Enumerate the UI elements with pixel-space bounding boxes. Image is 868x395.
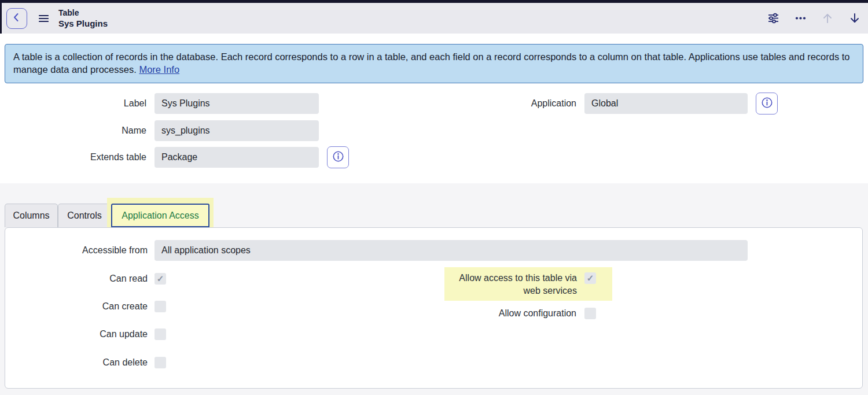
form-section: A table is a collection of records in th… [0,34,868,183]
more-actions-icon[interactable] [794,12,807,25]
label-field-label: Label [0,93,146,114]
tab-application-access[interactable]: Application Access [111,204,209,227]
name-field[interactable]: sys_plugins [155,120,319,141]
more-info-link[interactable]: More Info [139,64,179,75]
application-access-panel: Accessible from All application scopes C… [5,227,863,389]
info-icon [332,150,344,165]
can-delete-label: Can delete [5,357,148,368]
arrow-up-icon[interactable] [821,12,834,25]
arrow-down-icon[interactable] [848,12,861,25]
allow-configuration-label: Allow configuration [410,308,576,319]
label-field[interactable]: Sys Plugins [155,93,319,114]
can-update-label: Can update [5,328,148,340]
can-delete-checkbox[interactable]: ✓ [155,357,166,368]
check-icon: ✓ [157,273,164,285]
check-icon: ✓ [587,272,594,284]
can-update-checkbox[interactable]: ✓ [155,328,166,340]
name-field-label: Name [0,120,146,141]
back-button[interactable] [6,8,27,29]
info-icon [761,97,773,111]
accessible-from-label: Accessible from [5,240,148,261]
web-services-label: Allow access to this table via web servi… [444,272,577,297]
tab-controls[interactable]: Controls [58,204,111,227]
accessible-from-field[interactable]: All application scopes [155,240,748,261]
can-create-checkbox[interactable]: ✓ [155,301,166,312]
record-type-label: Table [58,8,108,18]
tab-section: Columns Controls Application Access Acce… [0,183,868,395]
extends-table-field[interactable]: Package [155,147,319,168]
extends-table-info-button[interactable] [327,146,349,168]
web-services-checkbox[interactable]: ✓ [584,272,596,284]
tab-highlight-halo: Application Access [107,198,214,227]
application-field-label: Application [430,93,576,114]
web-services-highlight: Allow access to this table via web servi… [444,267,612,301]
tab-columns[interactable]: Columns [5,204,58,227]
can-read-checkbox[interactable]: ✓ [155,273,166,285]
record-name-label: Sys Plugins [58,18,108,29]
application-field[interactable]: Global [584,93,748,114]
info-banner: A table is a collection of records in th… [5,44,863,83]
can-read-label: Can read [5,273,148,285]
page-title: Table Sys Plugins [58,8,108,29]
application-info-button[interactable] [756,93,778,115]
filter-settings-icon[interactable] [767,12,779,25]
can-create-label: Can create [5,301,148,312]
chevron-left-icon [10,11,23,26]
allow-configuration-checkbox[interactable]: ✓ [584,308,596,319]
page-header: Table Sys Plugins [0,3,868,34]
menu-icon[interactable] [38,13,49,24]
extends-table-field-label: Extends table [0,147,146,168]
